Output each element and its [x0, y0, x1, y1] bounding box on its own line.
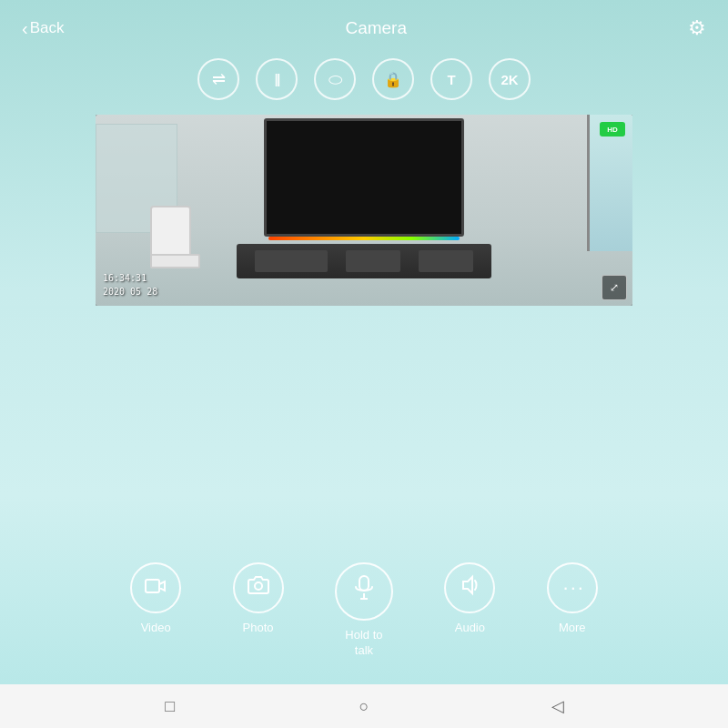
filter-icon: ⬭: [329, 70, 342, 89]
svg-rect-2: [359, 576, 369, 591]
photo-action[interactable]: Photo: [233, 562, 284, 636]
more-label: More: [559, 621, 586, 636]
nav-back-button[interactable]: ◁: [545, 693, 571, 719]
chair-back: [150, 206, 191, 256]
video-action[interactable]: Video: [130, 562, 181, 636]
talk-label: Hold totalk: [345, 628, 382, 659]
lock-icon: 🔒: [384, 71, 402, 88]
timestamp-date: 2020 05 28: [103, 285, 157, 298]
talk-action[interactable]: Hold totalk: [335, 562, 393, 659]
flip-button[interactable]: ⇌: [197, 58, 239, 100]
room-scene: [96, 115, 632, 306]
photo-label: Photo: [243, 621, 274, 636]
chair: [150, 206, 205, 278]
resolution-icon: 2K: [500, 72, 518, 87]
cabinet-drawer-3: [419, 250, 473, 272]
video-label: Video: [141, 621, 171, 636]
chevron-left-icon: ‹: [22, 18, 28, 39]
audio-label: Audio: [455, 621, 485, 636]
tv-stand: [237, 118, 491, 278]
square-icon: □: [165, 697, 175, 716]
header: ‹ Back Camera ⚙: [0, 0, 728, 51]
photo-button[interactable]: [233, 562, 284, 613]
motion-icon: |||: [275, 72, 279, 86]
audio-icon: [459, 574, 480, 602]
video-feed: HD 16:34:31 2020 05 28 ⤢: [96, 115, 632, 306]
nav-home-button[interactable]: ○: [351, 693, 377, 719]
resolution-button[interactable]: 2K: [489, 58, 531, 100]
tv-screen: [264, 118, 464, 237]
audio-button[interactable]: [444, 562, 495, 613]
nav-square-button[interactable]: □: [157, 693, 183, 719]
audio-action[interactable]: Audio: [444, 562, 495, 636]
fullscreen-button[interactable]: ⤢: [602, 275, 627, 300]
text-icon: T: [447, 72, 455, 87]
filter-button[interactable]: ⬭: [314, 58, 356, 100]
camera-icon: [248, 575, 269, 601]
circle-icon: ○: [359, 697, 369, 716]
settings-button[interactable]: ⚙: [688, 16, 706, 40]
motion-button[interactable]: |||: [256, 58, 298, 100]
navigation-bar: □ ○ ◁: [0, 684, 728, 728]
video-icon: [145, 577, 167, 600]
talk-button[interactable]: [335, 562, 393, 621]
more-action[interactable]: ··· More: [547, 562, 598, 636]
back-label: Back: [30, 19, 65, 37]
text-button[interactable]: T: [430, 58, 472, 100]
svg-rect-0: [146, 580, 159, 592]
more-icon: ···: [563, 576, 585, 600]
fullscreen-icon: ⤢: [610, 281, 619, 294]
timestamp-time: 16:34:31: [103, 271, 157, 285]
more-button[interactable]: ···: [547, 562, 598, 613]
tv-cabinet: [237, 244, 491, 278]
toolbar: ⇌ ||| ⬭ 🔒 T 2K: [0, 51, 728, 115]
led-strip: [268, 237, 460, 240]
lower-area: Video Photo: [0, 306, 728, 684]
svg-point-1: [255, 582, 262, 590]
status-light: HD: [600, 122, 625, 136]
microphone-icon: [353, 575, 375, 609]
page-title: Camera: [345, 18, 407, 38]
video-button[interactable]: [130, 562, 181, 613]
cabinet-drawer-2: [346, 250, 400, 272]
cabinet-drawer-1: [255, 250, 328, 272]
back-button[interactable]: ‹ Back: [22, 18, 64, 39]
lock-button[interactable]: 🔒: [372, 58, 414, 100]
back-nav-icon: ◁: [551, 696, 564, 716]
flip-icon: ⇌: [212, 69, 226, 89]
video-timestamp: 16:34:31 2020 05 28: [103, 271, 157, 298]
chair-seat: [150, 254, 200, 268]
svg-marker-5: [463, 577, 472, 593]
action-bar: Video Photo: [96, 562, 632, 659]
